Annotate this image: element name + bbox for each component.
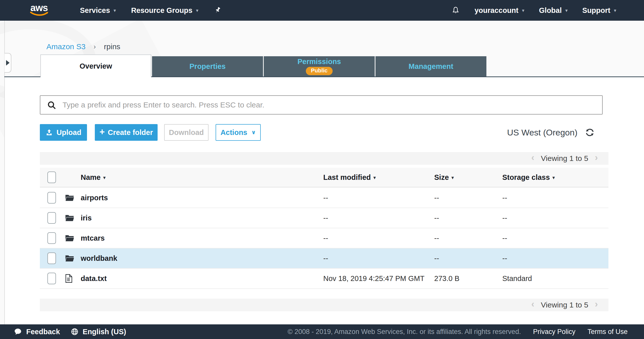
footer: Feedback English (US) © 2008 - 2019, Ama… [0, 324, 644, 339]
row-checkbox[interactable] [47, 273, 56, 284]
chevron-left-icon[interactable]: ‹ [531, 153, 534, 162]
column-header-name[interactable]: Name ▾ [81, 173, 106, 182]
folder-name-link[interactable]: airports [81, 194, 108, 202]
terms-of-use-link[interactable]: Terms of Use [588, 328, 628, 336]
globe-icon [71, 328, 79, 336]
nav-services[interactable]: Services ▾ [80, 6, 116, 15]
actions-label: Actions [220, 128, 247, 137]
tab-overview[interactable]: Overview [40, 54, 151, 77]
nav-left: Services ▾ Resource Groups ▾ [80, 6, 222, 15]
folder-name-link[interactable]: worldbank [81, 254, 117, 263]
region-menu-label: Global [539, 6, 562, 15]
folder-name-link[interactable]: iris [81, 214, 92, 222]
tab-permissions-label: Permissions [298, 58, 341, 66]
chevron-right-icon[interactable]: › [595, 153, 598, 162]
aws-logo-text: aws [31, 4, 48, 12]
tab-permissions[interactable]: Permissions Public [264, 56, 375, 76]
create-folder-label: Create folder [108, 128, 153, 137]
last-modified-cell: -- [323, 214, 328, 222]
create-folder-button[interactable]: + Create folder [95, 124, 158, 141]
download-button[interactable]: Download [164, 124, 209, 141]
size-cell: -- [434, 254, 439, 263]
nav-resource-groups-label: Resource Groups [131, 6, 192, 15]
copyright-text: © 2008 - 2019, Amazon Web Services, Inc.… [288, 328, 521, 336]
bell-icon[interactable] [451, 6, 460, 15]
top-nav: aws Services ▾ Resource Groups ▾ [0, 0, 644, 21]
row-checkbox[interactable] [47, 232, 56, 244]
nav-region-menu[interactable]: Global ▾ [539, 6, 568, 15]
folder-icon [65, 214, 74, 222]
privacy-policy-link[interactable]: Privacy Policy [533, 328, 575, 336]
nav-support-menu[interactable]: Support ▾ [582, 6, 616, 15]
language-selector[interactable]: English (US) [71, 328, 126, 336]
chevron-left-icon[interactable]: ‹ [531, 300, 534, 309]
tab-overview-label: Overview [80, 62, 112, 70]
table-row-airports: airports -- -- -- [40, 188, 608, 208]
folder-name-link[interactable]: mtcars [81, 234, 105, 242]
tab-management-label: Management [408, 62, 453, 71]
chevron-right-icon[interactable]: › [595, 300, 598, 309]
expand-arrow-icon [6, 60, 10, 66]
chevron-down-icon: ∨ [251, 129, 256, 136]
upload-button[interactable]: Upload [40, 124, 87, 141]
table-header: Name ▾ Last modified ▾ Size ▾ Storage cl… [40, 168, 608, 187]
storage-class-cell: -- [502, 214, 507, 222]
table-row-iris: iris -- -- -- [40, 208, 608, 228]
table-row-worldbank: worldbank -- -- -- [40, 248, 608, 269]
pushpin-icon[interactable] [214, 6, 222, 14]
language-label: English (US) [83, 328, 126, 336]
pagination-top: ‹ Viewing 1 to 5 › [40, 152, 608, 165]
folder-icon [65, 234, 74, 242]
last-modified-cell: -- [323, 234, 328, 242]
object-list: airports -- -- -- iris -- -- -- [40, 188, 608, 289]
nav-right: youraccount ▾ Global ▾ Support ▾ [451, 6, 616, 15]
actions-dropdown-button[interactable]: Actions ∨ [216, 124, 261, 141]
caret-down-icon: ▾ [522, 8, 524, 13]
download-label: Download [169, 128, 204, 137]
row-checkbox[interactable] [47, 252, 56, 264]
sort-caret-icon: ▾ [451, 175, 454, 180]
last-modified-header-label: Last modified [323, 173, 371, 182]
feedback-button[interactable]: Feedback [14, 328, 60, 336]
search-input[interactable] [40, 95, 603, 115]
column-header-last-modified[interactable]: Last modified ▾ [323, 173, 376, 182]
tab-management[interactable]: Management [375, 56, 486, 76]
aws-smile-icon [30, 12, 48, 17]
file-icon [65, 274, 73, 283]
aws-logo[interactable]: aws [30, 4, 48, 17]
nav-resource-groups[interactable]: Resource Groups ▾ [131, 6, 198, 15]
row-checkbox[interactable] [47, 212, 56, 224]
last-modified-cell: -- [323, 254, 328, 263]
select-all-checkbox[interactable] [47, 172, 56, 183]
breadcrumb-separator: › [94, 43, 96, 51]
tab-properties-label: Properties [189, 62, 225, 71]
tab-properties[interactable]: Properties [152, 56, 263, 76]
file-name-link[interactable]: data.txt [81, 274, 107, 283]
caret-down-icon: ▾ [196, 8, 198, 13]
sidebar-expand-button[interactable] [5, 53, 11, 73]
viewing-range-label: Viewing 1 to 5 [541, 154, 588, 163]
refresh-icon[interactable] [585, 128, 595, 137]
nav-account-menu[interactable]: youraccount ▾ [475, 6, 524, 15]
name-header-label: Name [81, 173, 101, 182]
folder-icon [65, 194, 74, 202]
storage-class-cell: -- [502, 194, 507, 202]
public-badge: Public [306, 67, 333, 75]
size-header-label: Size [434, 173, 449, 182]
breadcrumb: Amazon S3 › rpins [46, 42, 120, 51]
column-header-size[interactable]: Size ▾ [434, 173, 454, 182]
upload-icon [45, 129, 53, 136]
column-header-storage-class[interactable]: Storage class ▾ [502, 173, 555, 182]
search-icon [47, 100, 56, 110]
feedback-label: Feedback [26, 328, 60, 336]
folder-icon [65, 255, 74, 262]
row-checkbox[interactable] [47, 192, 56, 204]
sort-caret-icon: ▾ [103, 175, 106, 180]
breadcrumb-s3-link[interactable]: Amazon S3 [46, 42, 85, 51]
storage-class-header-label: Storage class [502, 173, 550, 182]
last-modified-cell: -- [323, 194, 328, 202]
upload-label: Upload [56, 128, 81, 137]
caret-down-icon: ▾ [614, 8, 616, 13]
plus-icon: + [100, 127, 105, 136]
size-cell: -- [434, 194, 439, 202]
